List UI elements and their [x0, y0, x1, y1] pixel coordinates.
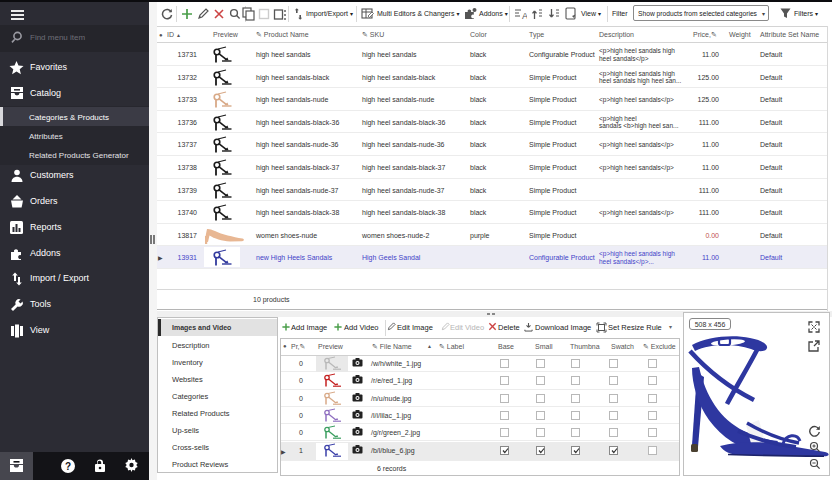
- svg-text:A: A: [522, 11, 527, 20]
- svg-text:?: ?: [65, 461, 71, 472]
